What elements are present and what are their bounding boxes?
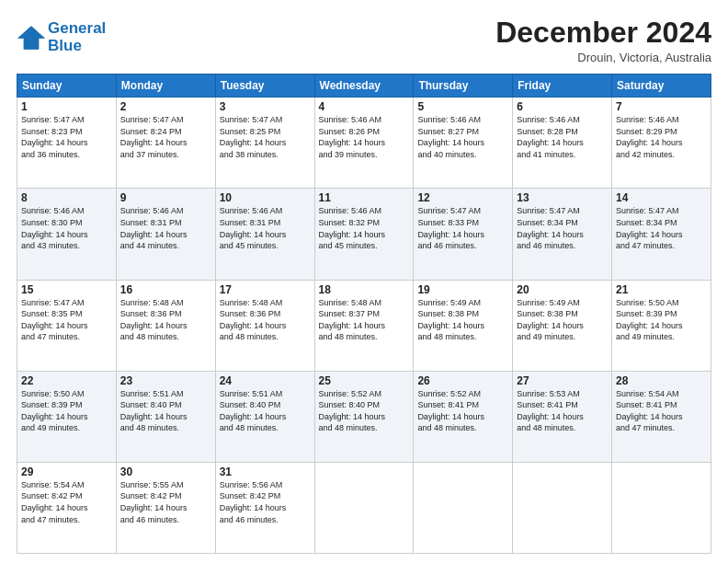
logo-blue: Blue — [48, 37, 82, 54]
day-number: 15 — [21, 283, 112, 296]
day-number: 9 — [120, 191, 211, 204]
day-cell: 29Sunrise: 5:54 AM Sunset: 8:42 PM Dayli… — [17, 462, 117, 553]
day-cell: 9Sunrise: 5:46 AM Sunset: 8:31 PM Daylig… — [116, 189, 215, 280]
day-cell — [314, 462, 414, 553]
day-number: 23 — [120, 374, 211, 387]
day-info: Sunrise: 5:46 AM Sunset: 8:29 PM Dayligh… — [616, 114, 707, 160]
day-number: 20 — [517, 283, 608, 296]
location: Drouin, Victoria, Australia — [495, 51, 711, 64]
day-cell: 21Sunrise: 5:50 AM Sunset: 8:39 PM Dayli… — [612, 280, 711, 371]
day-info: Sunrise: 5:50 AM Sunset: 8:39 PM Dayligh… — [21, 388, 112, 434]
day-cell: 15Sunrise: 5:47 AM Sunset: 8:35 PM Dayli… — [17, 280, 117, 371]
day-info: Sunrise: 5:46 AM Sunset: 8:27 PM Dayligh… — [417, 114, 508, 160]
day-cell: 24Sunrise: 5:51 AM Sunset: 8:40 PM Dayli… — [215, 371, 314, 462]
day-info: Sunrise: 5:48 AM Sunset: 8:36 PM Dayligh… — [120, 297, 211, 343]
day-number: 31 — [220, 465, 311, 478]
week-row-2: 8Sunrise: 5:46 AM Sunset: 8:30 PM Daylig… — [17, 189, 711, 280]
day-info: Sunrise: 5:48 AM Sunset: 8:36 PM Dayligh… — [220, 297, 311, 343]
day-cell: 27Sunrise: 5:53 AM Sunset: 8:41 PM Dayli… — [513, 371, 612, 462]
day-cell: 8Sunrise: 5:46 AM Sunset: 8:30 PM Daylig… — [17, 189, 117, 280]
day-number: 28 — [616, 374, 707, 387]
day-number: 5 — [417, 100, 508, 113]
day-info: Sunrise: 5:47 AM Sunset: 8:25 PM Dayligh… — [220, 114, 311, 160]
month-title: December 2024 — [495, 17, 711, 49]
day-info: Sunrise: 5:47 AM Sunset: 8:23 PM Dayligh… — [21, 114, 112, 160]
day-cell: 17Sunrise: 5:48 AM Sunset: 8:36 PM Dayli… — [215, 280, 314, 371]
weekday-header-saturday: Saturday — [612, 75, 711, 98]
day-info: Sunrise: 5:51 AM Sunset: 8:40 PM Dayligh… — [220, 388, 311, 434]
day-info: Sunrise: 5:46 AM Sunset: 8:32 PM Dayligh… — [319, 205, 410, 251]
week-row-1: 1Sunrise: 5:47 AM Sunset: 8:23 PM Daylig… — [17, 98, 711, 189]
day-number: 21 — [616, 283, 707, 296]
day-cell: 1Sunrise: 5:47 AM Sunset: 8:23 PM Daylig… — [17, 98, 117, 189]
day-cell: 25Sunrise: 5:52 AM Sunset: 8:40 PM Dayli… — [314, 371, 414, 462]
day-info: Sunrise: 5:47 AM Sunset: 8:34 PM Dayligh… — [517, 205, 608, 251]
day-cell: 18Sunrise: 5:48 AM Sunset: 8:37 PM Dayli… — [314, 280, 414, 371]
day-info: Sunrise: 5:55 AM Sunset: 8:42 PM Dayligh… — [120, 479, 211, 525]
day-number: 6 — [517, 100, 608, 113]
day-cell: 31Sunrise: 5:56 AM Sunset: 8:42 PM Dayli… — [215, 462, 314, 553]
day-number: 30 — [120, 465, 211, 478]
day-number: 25 — [319, 374, 410, 387]
weekday-header-monday: Monday — [116, 75, 215, 98]
day-cell: 19Sunrise: 5:49 AM Sunset: 8:38 PM Dayli… — [414, 280, 513, 371]
day-number: 8 — [21, 191, 112, 204]
weekday-header-sunday: Sunday — [17, 75, 117, 98]
week-row-3: 15Sunrise: 5:47 AM Sunset: 8:35 PM Dayli… — [17, 280, 711, 371]
day-cell: 2Sunrise: 5:47 AM Sunset: 8:24 PM Daylig… — [116, 98, 215, 189]
day-info: Sunrise: 5:46 AM Sunset: 8:26 PM Dayligh… — [319, 114, 410, 160]
day-cell: 3Sunrise: 5:47 AM Sunset: 8:25 PM Daylig… — [215, 98, 314, 189]
day-info: Sunrise: 5:52 AM Sunset: 8:41 PM Dayligh… — [417, 388, 508, 434]
day-number: 26 — [417, 374, 508, 387]
day-cell: 14Sunrise: 5:47 AM Sunset: 8:34 PM Dayli… — [612, 189, 711, 280]
day-info: Sunrise: 5:54 AM Sunset: 8:42 PM Dayligh… — [21, 479, 112, 525]
day-cell: 22Sunrise: 5:50 AM Sunset: 8:39 PM Dayli… — [17, 371, 117, 462]
day-number: 3 — [220, 100, 311, 113]
day-cell: 26Sunrise: 5:52 AM Sunset: 8:41 PM Dayli… — [414, 371, 513, 462]
day-cell: 6Sunrise: 5:46 AM Sunset: 8:28 PM Daylig… — [513, 98, 612, 189]
day-cell — [612, 462, 711, 553]
day-number: 17 — [220, 283, 311, 296]
day-info: Sunrise: 5:47 AM Sunset: 8:33 PM Dayligh… — [417, 205, 508, 251]
day-info: Sunrise: 5:49 AM Sunset: 8:38 PM Dayligh… — [417, 297, 508, 343]
day-number: 16 — [120, 283, 211, 296]
weekday-header-row: SundayMondayTuesdayWednesdayThursdayFrid… — [17, 75, 711, 98]
week-row-4: 22Sunrise: 5:50 AM Sunset: 8:39 PM Dayli… — [17, 371, 711, 462]
logo-general: General — [48, 19, 106, 37]
day-cell: 5Sunrise: 5:46 AM Sunset: 8:27 PM Daylig… — [414, 98, 513, 189]
day-number: 24 — [220, 374, 311, 387]
day-number: 19 — [417, 283, 508, 296]
week-row-5: 29Sunrise: 5:54 AM Sunset: 8:42 PM Dayli… — [17, 462, 711, 553]
day-number: 11 — [319, 191, 410, 204]
weekday-header-thursday: Thursday — [414, 75, 513, 98]
logo: General Blue — [17, 20, 106, 54]
day-number: 1 — [21, 100, 112, 113]
title-block: December 2024 Drouin, Victoria, Australi… — [495, 17, 711, 64]
day-cell: 13Sunrise: 5:47 AM Sunset: 8:34 PM Dayli… — [513, 189, 612, 280]
day-info: Sunrise: 5:46 AM Sunset: 8:31 PM Dayligh… — [120, 205, 211, 251]
day-info: Sunrise: 5:52 AM Sunset: 8:40 PM Dayligh… — [319, 388, 410, 434]
day-info: Sunrise: 5:48 AM Sunset: 8:37 PM Dayligh… — [319, 297, 410, 343]
day-info: Sunrise: 5:46 AM Sunset: 8:31 PM Dayligh… — [220, 205, 311, 251]
day-cell — [513, 462, 612, 553]
day-info: Sunrise: 5:46 AM Sunset: 8:28 PM Dayligh… — [517, 114, 608, 160]
logo-icon — [17, 25, 46, 51]
day-cell: 7Sunrise: 5:46 AM Sunset: 8:29 PM Daylig… — [612, 98, 711, 189]
logo-text: General Blue — [48, 20, 106, 54]
day-cell: 16Sunrise: 5:48 AM Sunset: 8:36 PM Dayli… — [116, 280, 215, 371]
day-cell: 12Sunrise: 5:47 AM Sunset: 8:33 PM Dayli… — [414, 189, 513, 280]
day-cell: 23Sunrise: 5:51 AM Sunset: 8:40 PM Dayli… — [116, 371, 215, 462]
weekday-header-tuesday: Tuesday — [215, 75, 314, 98]
day-number: 18 — [319, 283, 410, 296]
day-cell: 4Sunrise: 5:46 AM Sunset: 8:26 PM Daylig… — [314, 98, 414, 189]
weekday-header-friday: Friday — [513, 75, 612, 98]
day-cell: 20Sunrise: 5:49 AM Sunset: 8:38 PM Dayli… — [513, 280, 612, 371]
day-info: Sunrise: 5:56 AM Sunset: 8:42 PM Dayligh… — [220, 479, 311, 525]
day-info: Sunrise: 5:49 AM Sunset: 8:38 PM Dayligh… — [517, 297, 608, 343]
day-info: Sunrise: 5:54 AM Sunset: 8:41 PM Dayligh… — [616, 388, 707, 434]
day-info: Sunrise: 5:46 AM Sunset: 8:30 PM Dayligh… — [21, 205, 112, 251]
day-number: 7 — [616, 100, 707, 113]
day-cell: 28Sunrise: 5:54 AM Sunset: 8:41 PM Dayli… — [612, 371, 711, 462]
day-cell: 30Sunrise: 5:55 AM Sunset: 8:42 PM Dayli… — [116, 462, 215, 553]
day-number: 13 — [517, 191, 608, 204]
